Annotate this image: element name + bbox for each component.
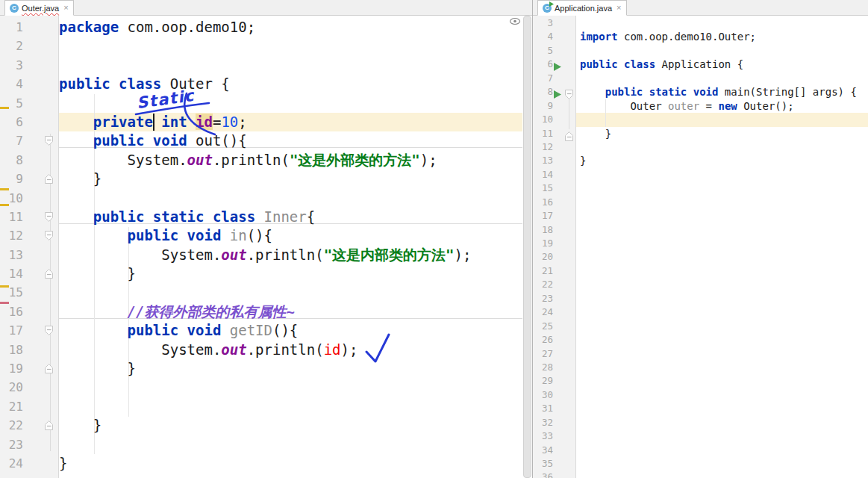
code-line[interactable]: public void getID(){: [59, 321, 522, 340]
gutter-line-number[interactable]: 30: [533, 388, 575, 402]
gutter-line-number[interactable]: 19: [533, 237, 575, 250]
fold-collapse-icon[interactable]: [44, 230, 54, 245]
code-line[interactable]: [580, 444, 868, 457]
gutter-line-number[interactable]: 3: [533, 16, 575, 30]
gutter-line-number[interactable]: 28: [533, 361, 575, 374]
fold-end-icon[interactable]: [564, 131, 575, 146]
code-line[interactable]: }: [580, 154, 868, 167]
code-line[interactable]: [580, 320, 868, 333]
code-line[interactable]: [580, 361, 868, 374]
gutter-line-number[interactable]: 24: [0, 454, 58, 473]
fold-collapse-icon[interactable]: [564, 89, 575, 104]
code-line[interactable]: import com.oop.demo10.Outer;: [580, 30, 868, 43]
run-arrow-icon[interactable]: [554, 60, 561, 74]
gutter-line-number[interactable]: 15: [533, 181, 575, 195]
gutter-line-number[interactable]: 4: [533, 30, 575, 43]
fold-end-icon[interactable]: [44, 420, 54, 435]
code-line[interactable]: [59, 378, 522, 397]
gutter-line-number[interactable]: 24: [533, 305, 575, 319]
gutter-line-number[interactable]: 35: [533, 457, 575, 471]
gutter-line-number[interactable]: 27: [533, 347, 575, 361]
code-line[interactable]: [580, 305, 868, 319]
code-line[interactable]: [580, 292, 868, 305]
code-line[interactable]: //获得外部类的私有属性~: [59, 302, 522, 321]
code-line[interactable]: [59, 397, 522, 416]
fold-end-icon[interactable]: [44, 173, 54, 188]
close-icon[interactable]: ×: [63, 4, 68, 12]
code-line[interactable]: [580, 402, 868, 415]
gutter-line-number[interactable]: 32: [533, 416, 575, 429]
gutter-line-number[interactable]: 5: [0, 94, 58, 113]
code-line[interactable]: [580, 429, 868, 443]
code-line[interactable]: [580, 347, 868, 361]
code-line[interactable]: package com.oop.demo10;: [59, 18, 522, 37]
code-line[interactable]: [59, 189, 522, 208]
code-line[interactable]: public void in(){: [59, 226, 522, 245]
code-line[interactable]: [580, 44, 868, 58]
code-line[interactable]: [580, 223, 868, 237]
left-scrollbar[interactable]: [522, 16, 532, 478]
code-line[interactable]: public static void main(String[] args) {: [580, 85, 868, 99]
code-line[interactable]: [580, 333, 868, 347]
fold-end-icon[interactable]: [44, 268, 54, 283]
code-line[interactable]: [580, 196, 868, 209]
code-line[interactable]: private int id=10;: [59, 113, 522, 131]
gutter-line-number[interactable]: 3: [0, 56, 58, 75]
gutter-line-number[interactable]: 14: [533, 168, 575, 181]
gutter-line-number[interactable]: 29: [533, 374, 575, 388]
code-line[interactable]: [59, 283, 522, 302]
gutter-line-number[interactable]: 20: [533, 250, 575, 264]
code-line[interactable]: }: [59, 416, 522, 435]
code-line[interactable]: [580, 16, 868, 30]
fold-collapse-icon[interactable]: [44, 135, 54, 150]
code-line[interactable]: [59, 37, 522, 55]
gutter-line-number[interactable]: 26: [533, 333, 575, 347]
tab-outer-java[interactable]: C Outer.java ×: [4, 0, 74, 16]
code-line[interactable]: [580, 264, 868, 278]
fold-end-icon[interactable]: [44, 363, 54, 378]
gutter-line-number[interactable]: 17: [533, 209, 575, 223]
code-line[interactable]: }: [59, 359, 522, 378]
code-line[interactable]: [580, 416, 868, 429]
gutter-line-number[interactable]: 18: [533, 223, 575, 237]
code-line[interactable]: [580, 237, 868, 250]
gutter-line-number[interactable]: 25: [533, 320, 575, 333]
code-line[interactable]: [580, 250, 868, 264]
code-line[interactable]: }: [59, 454, 522, 473]
code-line[interactable]: }: [580, 127, 868, 140]
scrollbar-thumb[interactable]: [523, 16, 531, 478]
code-line[interactable]: [580, 278, 868, 291]
code-line[interactable]: System.out.println("这是外部类的方法");: [59, 151, 522, 170]
gutter-line-number[interactable]: 31: [533, 402, 575, 415]
gutter-line-number[interactable]: 4: [0, 75, 58, 93]
gutter-line-number[interactable]: 16: [533, 196, 575, 209]
code-line[interactable]: [580, 374, 868, 388]
code-line[interactable]: public static class Inner{: [59, 208, 522, 226]
gutter-line-number[interactable]: 2: [0, 37, 58, 55]
code-line[interactable]: System.out.println("这是内部类的方法");: [59, 246, 522, 264]
code-line[interactable]: [580, 72, 868, 85]
code-line[interactable]: [580, 181, 868, 195]
run-arrow-icon[interactable]: [554, 88, 561, 102]
gutter-line-number[interactable]: 21: [533, 264, 575, 278]
code-line[interactable]: }: [59, 264, 522, 283]
code-line[interactable]: [580, 457, 868, 471]
code-line[interactable]: [580, 113, 868, 126]
code-line[interactable]: [580, 140, 868, 154]
code-line[interactable]: [580, 209, 868, 223]
tab-application-java[interactable]: C Application.java ×: [537, 0, 627, 16]
code-line[interactable]: [580, 471, 868, 478]
code-line[interactable]: [59, 56, 522, 75]
reader-eye-icon[interactable]: [509, 17, 521, 25]
code-line[interactable]: Outer outer = new Outer();: [580, 99, 868, 113]
fold-collapse-icon[interactable]: [44, 211, 54, 226]
code-line[interactable]: public class Application {: [580, 58, 868, 71]
code-line[interactable]: [59, 435, 522, 454]
gutter-line-number[interactable]: 36: [533, 471, 575, 478]
code-line[interactable]: }: [59, 170, 522, 188]
fold-collapse-icon[interactable]: [44, 325, 54, 340]
gutter-line-number[interactable]: 22: [533, 278, 575, 291]
code-line[interactable]: System.out.println(id);: [59, 341, 522, 359]
code-line[interactable]: public void out(){: [59, 131, 522, 150]
code-line[interactable]: public class Outer {: [59, 75, 522, 93]
